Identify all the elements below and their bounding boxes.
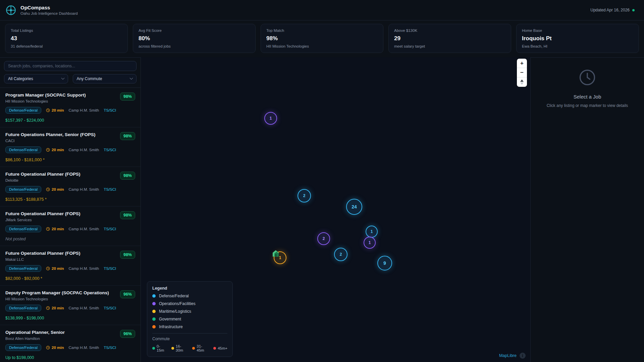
compass-needle-icon [520, 82, 524, 85]
category-select-value: All Categories [8, 76, 33, 81]
map-area[interactable]: 1224122119 + − Legend [141, 57, 530, 362]
job-salary: $113,325 - $188,875 * [5, 197, 135, 202]
job-meta-row: Defense/Federal 20 min Camp H.M. Smith T… [5, 344, 135, 351]
match-score-badge: 96% [120, 290, 135, 298]
updated-timestamp: Updated Apr 16, 2026 [590, 8, 635, 12]
map-cluster-marker[interactable]: 2 [317, 232, 330, 245]
compass-reset-button[interactable] [517, 77, 527, 87]
job-sidebar: All Categories Any Commute Program Manag… [0, 57, 141, 362]
job-location: Camp H.M. Smith [68, 187, 99, 191]
job-company: Booz Allen Hamilton [5, 337, 135, 341]
map-cluster-marker[interactable]: 1 [366, 226, 378, 238]
legend-item-label: Operations/Facilities [159, 301, 196, 306]
category-dot-icon [152, 294, 156, 298]
job-company: Makai LLC [5, 257, 135, 261]
commute-band-label: 45m+ [218, 346, 227, 350]
info-icon[interactable]: i [520, 353, 526, 359]
map-cluster-marker[interactable]: 1 [264, 112, 277, 125]
match-score-badge: 98% [120, 251, 135, 259]
commute-time: 20 min [46, 108, 64, 112]
clock-icon [578, 68, 597, 87]
category-dot-icon [152, 310, 156, 313]
job-meta-row: Defense/Federal 20 min Camp H.M. Smith T… [5, 305, 135, 311]
legend-divider [152, 333, 227, 334]
legend-item-label: Government [159, 317, 181, 321]
stat-subtext: meet salary target [394, 44, 505, 48]
stats-row: Total Listings 43 31 defense/federal Avg… [0, 20, 644, 57]
match-score-badge: 96% [120, 330, 135, 338]
chevron-down-icon [130, 76, 133, 79]
match-score-badge: 98% [120, 172, 135, 180]
category-pill: Defense/Federal [5, 226, 41, 232]
job-company: JMark Services [5, 218, 135, 222]
stat-label: Top Match [266, 28, 378, 33]
stat-label: Home Base [522, 28, 633, 33]
clock-icon [46, 306, 50, 310]
category-dot-icon [152, 302, 156, 305]
stat-subtext: across filtered jobs [139, 44, 250, 48]
category-select[interactable]: All Categories [4, 74, 68, 83]
stat-value: 80% [139, 35, 250, 42]
zoom-out-button[interactable]: − [517, 68, 527, 77]
job-salary: $138,999 - $198,000 [5, 316, 135, 320]
commute-select[interactable]: Any Commute [73, 74, 137, 83]
job-company: CACI [5, 139, 135, 143]
commute-dot-icon [152, 347, 155, 350]
job-listing-card[interactable]: Future Operational Planner (FOPS) 98% De… [0, 167, 141, 206]
clearance-label: TS/SCI [104, 148, 116, 152]
search-input[interactable] [4, 61, 137, 71]
clock-icon [46, 227, 50, 231]
clearance-label: TS/SCI [104, 108, 116, 112]
clock-icon [46, 108, 50, 112]
stat-label: Avg Fit Score [139, 28, 250, 33]
job-listing-card[interactable]: Future Operational Planner (FOPS) 98% JM… [0, 206, 141, 246]
map-cluster-marker[interactable]: 1 [364, 237, 376, 249]
legend-title: Legend [152, 286, 227, 291]
category-pill: Defense/Federal [5, 186, 41, 193]
home-base-icon[interactable] [271, 249, 280, 259]
legend-item: Operations/Facilities [152, 301, 227, 306]
compass-needle-icon [520, 79, 524, 82]
map-cluster-marker[interactable]: 2 [334, 248, 347, 261]
map-cluster-marker[interactable]: 2 [298, 189, 311, 202]
stat-subtext: HII Mission Technologies [266, 44, 378, 48]
legend-categories: Defense/Federal Operations/Facilities Ma… [152, 294, 227, 329]
job-listing-card[interactable]: Future Operational Planner (FOPS) 98% Ma… [0, 246, 141, 286]
legend-item: Defense/Federal [152, 294, 227, 298]
commute-band: 16-30m [171, 344, 187, 352]
clearance-label: TS/SCI [104, 266, 116, 270]
commute-legend-row: 0-15m 16-30m 31-45m 45m+ [152, 344, 227, 352]
maplibre-link[interactable]: MapLibre [499, 353, 517, 358]
job-salary: Up to $198,000 [5, 355, 135, 360]
map-cluster-marker[interactable]: 9 [377, 256, 392, 270]
legend-item: Infrastructure [152, 324, 227, 329]
stat-value: 98% [266, 35, 378, 42]
commute-band: 0-15m [152, 344, 166, 352]
map-cluster-marker[interactable]: 24 [346, 199, 362, 215]
match-score-badge: 98% [120, 132, 135, 140]
job-title: Future Operational Planner (FOPS) [5, 211, 135, 216]
job-listing-card[interactable]: Deputy Program Manager (SOCPAC Operation… [0, 286, 141, 325]
clearance-label: TS/SCI [104, 346, 116, 350]
updated-label: Updated Apr 16, 2026 [590, 8, 630, 12]
job-list: Program Manager (SOCPAC Support) 98% HII… [0, 88, 141, 362]
job-company: HII Mission Technologies [5, 99, 135, 103]
clearance-label: TS/SCI [104, 187, 116, 191]
commute-time: 20 min [46, 306, 64, 310]
job-listing-card[interactable]: Future Operations Planner, Senior (FOPS)… [0, 127, 141, 167]
job-listing-card[interactable]: Operational Planner, Senior 96% Booz All… [0, 325, 141, 362]
clearance-label: TS/SCI [104, 306, 116, 310]
job-title: Future Operations Planner, Senior (FOPS) [5, 132, 135, 137]
commute-dot-icon [213, 347, 216, 350]
content-row: All Categories Any Commute Program Manag… [0, 57, 644, 362]
job-meta-row: Defense/Federal 20 min Camp H.M. Smith T… [5, 107, 135, 114]
map-navigation-control: + − [517, 59, 527, 87]
job-salary: $86,100 - $181,000 * [5, 158, 135, 162]
job-company: HII Mission Technologies [5, 297, 135, 301]
job-listing-card[interactable]: Program Manager (SOCPAC Support) 98% HII… [0, 88, 141, 127]
clearance-label: TS/SCI [104, 227, 116, 231]
job-title: Deputy Program Manager (SOCPAC Operation… [5, 290, 135, 295]
zoom-in-button[interactable]: + [517, 59, 527, 68]
commute-select-value: Any Commute [77, 76, 102, 81]
stat-card: Avg Fit Score 80% across filtered jobs [133, 24, 256, 53]
